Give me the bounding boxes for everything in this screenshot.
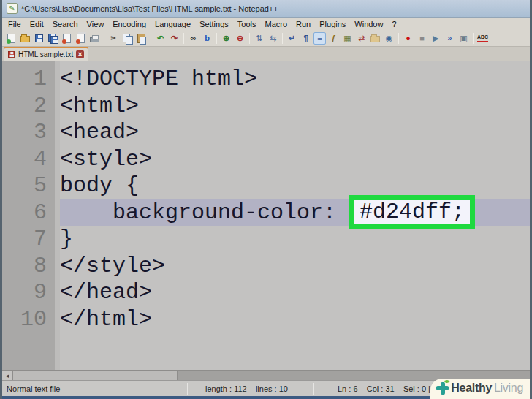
menu-item-file[interactable]: File	[4, 19, 26, 29]
tab-bar: HTML sample.txt ✕	[2, 47, 530, 61]
toolbar: ✂↶↷∞b⊕⊖⇅⇆↵¶≡ƒ▦⇄◉●■▶»▣ABC	[2, 31, 530, 47]
code-line-7[interactable]: 7}	[2, 226, 530, 253]
close-icon[interactable]	[61, 32, 73, 45]
menu-bar: FileEditSearchViewEncodingLanguageSettin…	[2, 18, 530, 31]
code-line-9[interactable]: 9</head>	[2, 279, 530, 306]
toolbar-separator	[473, 33, 474, 44]
macro-run-all-icon[interactable]: »	[444, 32, 456, 45]
code-line-2[interactable]: 2<html>	[2, 93, 530, 120]
menu-item-edit[interactable]: Edit	[26, 19, 48, 29]
macro-save-icon[interactable]: ▣	[457, 32, 470, 45]
code-line-10[interactable]: 10</html>	[2, 306, 530, 333]
status-doc-type: Normal text file	[2, 381, 187, 396]
editor[interactable]: 1<!DOCTYPE html>2<html>3<head>4<style>5b…	[2, 61, 530, 370]
monitoring-icon[interactable]: ◉	[383, 32, 395, 45]
open-folder-icon[interactable]	[19, 32, 31, 45]
replace-icon[interactable]: b	[201, 32, 213, 45]
menu-item-tools[interactable]: Tools	[233, 19, 261, 29]
title-bar[interactable]: ✎ *C:\Users\Lisa\Documents\Lisa\Test Fil…	[2, 0, 530, 18]
find-icon-glyph: ∞	[191, 34, 197, 42]
zoom-out-icon[interactable]: ⊖	[234, 32, 246, 45]
copy-icon[interactable]	[121, 32, 134, 45]
print-icon[interactable]	[88, 32, 101, 45]
sync-vertical-icon[interactable]: ⇅	[253, 32, 265, 45]
macro-record-icon-glyph: ●	[406, 34, 411, 42]
show-all-characters-icon[interactable]: ¶	[300, 32, 312, 45]
toolbar-separator	[398, 33, 399, 44]
line-number: 8	[2, 253, 55, 280]
menu-item-window[interactable]: Window	[350, 19, 387, 29]
zoom-in-icon[interactable]: ⊕	[220, 32, 232, 45]
code-text: </html>	[60, 306, 530, 333]
scrollbar-thumb[interactable]	[13, 370, 178, 380]
folder-workspace-icon-glyph	[370, 36, 380, 42]
watermark-text-bold: Healthy	[451, 381, 492, 395]
green-highlight-box: #d24dff;	[349, 195, 475, 229]
line-number: 2	[2, 93, 55, 120]
spell-check-icon[interactable]: ABC	[476, 32, 489, 45]
indent-guide-icon[interactable]: ≡	[314, 32, 326, 45]
menu-item-settings[interactable]: Settings	[195, 19, 233, 29]
menu-item-help[interactable]: ?	[387, 19, 400, 29]
code-line-1[interactable]: 1<!DOCTYPE html>	[2, 66, 530, 93]
find-icon[interactable]: ∞	[187, 32, 200, 45]
close-all-icon[interactable]	[75, 32, 87, 45]
code-line-4[interactable]: 4<style>	[2, 146, 530, 173]
macro-play-icon-glyph: ▶	[433, 34, 438, 42]
document-map-icon[interactable]: ▦	[341, 32, 354, 45]
macro-save-icon-glyph: ▣	[460, 34, 467, 42]
document-map-icon-glyph: ▦	[343, 34, 351, 42]
save-icon[interactable]	[33, 32, 45, 45]
watermark-text-light: Living	[494, 381, 523, 395]
fold-cell	[55, 253, 60, 280]
menu-item-run[interactable]: Run	[292, 19, 315, 29]
menu-item-search[interactable]: Search	[48, 19, 83, 29]
menu-item-view[interactable]: View	[83, 19, 109, 29]
word-wrap-icon[interactable]: ↵	[286, 32, 298, 45]
replace-icon-glyph: b	[205, 34, 210, 42]
healthy-living-cross-icon	[436, 382, 449, 395]
tab-html-sample[interactable]: HTML sample.txt ✕	[4, 47, 88, 61]
zoom-in-icon-glyph: ⊕	[223, 34, 229, 42]
folder-workspace-icon[interactable]	[369, 32, 381, 45]
macro-play-icon[interactable]: ▶	[430, 32, 442, 45]
cut-icon[interactable]: ✂	[107, 32, 120, 45]
scroll-left-arrow-icon[interactable]: ◂	[2, 370, 13, 380]
fold-cell	[55, 172, 60, 200]
paste-icon[interactable]	[135, 32, 148, 45]
leaf-icon	[444, 379, 450, 383]
menu-item-encoding[interactable]: Encoding	[108, 19, 151, 29]
tab-close-icon[interactable]: ✕	[76, 50, 84, 58]
code-text: <html>	[60, 93, 530, 120]
code-line-8[interactable]: 8</style>	[2, 253, 530, 280]
undo-icon[interactable]: ↶	[154, 32, 167, 45]
window-title: *C:\Users\Lisa\Documents\Lisa\Test Files…	[21, 4, 278, 13]
fold-cell	[55, 279, 60, 306]
menu-item-macro[interactable]: Macro	[260, 19, 292, 29]
print-icon-glyph	[90, 37, 99, 42]
macro-record-icon[interactable]: ●	[402, 32, 414, 45]
function-list-icon[interactable]: ƒ	[327, 32, 340, 45]
save-all-icon[interactable]	[47, 32, 59, 45]
menu-item-language[interactable]: Language	[151, 19, 195, 29]
doc-switcher-icon[interactable]: ⇄	[355, 32, 368, 45]
indent-guide-icon-glyph: ≡	[317, 34, 322, 42]
unsaved-floppy-icon	[8, 51, 15, 58]
redo-icon[interactable]: ↷	[168, 32, 180, 45]
fold-cell	[55, 93, 60, 120]
save-icon-glyph	[35, 34, 43, 42]
macro-stop-icon[interactable]: ■	[416, 32, 428, 45]
monitoring-icon-glyph: ◉	[386, 34, 393, 42]
status-length-lines: length : 112 lines : 10	[188, 381, 314, 396]
open-folder-icon-glyph	[20, 36, 30, 42]
code-line-6[interactable]: 6 background-color: #d24dff;	[2, 200, 530, 227]
line-number: 10	[2, 306, 55, 333]
new-file-icon[interactable]	[5, 32, 18, 45]
code-line-3[interactable]: 3<head>	[2, 119, 530, 146]
code-text: <head>	[60, 119, 530, 146]
fold-cell	[55, 119, 60, 146]
cut-icon-glyph: ✂	[110, 34, 117, 42]
menu-item-plugins[interactable]: Plugins	[315, 19, 350, 29]
sync-vertical-icon-glyph: ⇅	[256, 34, 262, 42]
sync-horizontal-icon[interactable]: ⇆	[267, 32, 279, 45]
